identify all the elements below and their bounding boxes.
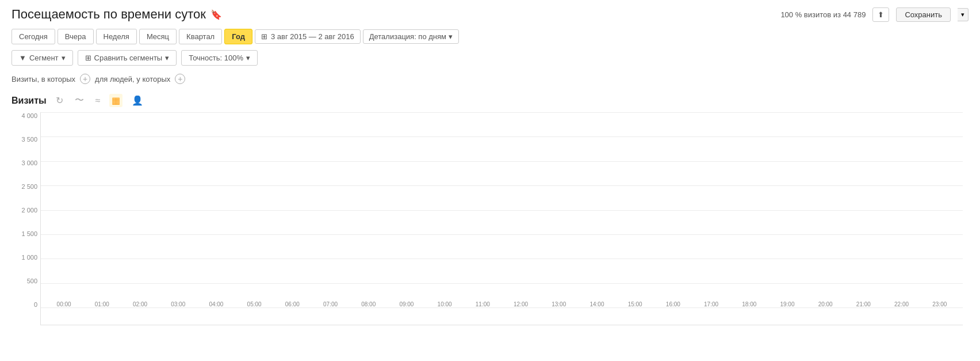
bar-x-label: 17:00 — [704, 301, 718, 307]
y-label: 2 500 — [21, 183, 37, 190]
bar-x-label: 13:00 — [552, 301, 566, 307]
bar-group: 00:00 — [47, 299, 81, 307]
visits-info: 100 % визитов из 44 789 — [780, 10, 866, 19]
detail-label: Детализация: по дням — [369, 32, 446, 41]
bar-x-label: 06:00 — [285, 301, 300, 307]
chart-line-btn[interactable]: 〜 — [72, 93, 86, 108]
chart-smooth-btn[interactable]: ≈ — [93, 94, 103, 107]
y-axis: 4 0003 5003 0002 5002 0001 5001 0005000 — [14, 112, 37, 308]
date-range-label: 3 авг 2015 — 2 авг 2016 — [271, 32, 354, 41]
segment-row: Визиты, в которых + для людей, у которых… — [12, 74, 968, 84]
export-button[interactable]: ⬆ — [872, 7, 889, 22]
tab-week[interactable]: Неделя — [96, 29, 137, 44]
bar-x-label: 10:00 — [438, 301, 452, 307]
add-people-condition-button[interactable]: + — [175, 74, 185, 84]
bar-group: 03:00 — [161, 299, 196, 307]
visits-label: Визиты, в которых — [12, 75, 75, 83]
bar-x-label: 22:00 — [894, 301, 909, 307]
chart-bar-btn[interactable]: ▦ — [109, 94, 122, 107]
chart-refresh-btn[interactable]: ↻ — [53, 94, 66, 107]
save-button[interactable]: Сохранить — [896, 7, 951, 22]
date-range-picker[interactable]: ⊞ 3 авг 2015 — 2 авг 2016 — [255, 29, 361, 44]
header-row: Посещаемость по времени суток 🔖 100 % ви… — [12, 7, 968, 22]
bar-group: 14:00 — [580, 299, 614, 307]
tabs-row: СегодняВчераНеделяМесяцКварталГод ⊞ 3 ав… — [12, 29, 968, 44]
chart-section: Визиты ↻ 〜 ≈ ▦ 👤 4 0003 5003 0002 5002 0… — [12, 93, 968, 325]
bar-group: 20:00 — [808, 299, 843, 307]
bar-x-label: 08:00 — [361, 301, 376, 307]
accuracy-button[interactable]: Точность: 100% ▾ — [181, 50, 258, 66]
y-label: 2 000 — [21, 207, 37, 214]
chart-area: 00:0001:0002:0003:0004:0005:0006:0007:00… — [40, 112, 963, 325]
tab-yesterday[interactable]: Вчера — [58, 29, 94, 44]
segment-label: Сегмент — [29, 54, 59, 62]
bar-group: 11:00 — [465, 299, 500, 307]
bar-group: 09:00 — [389, 299, 424, 307]
bar-x-label: 04:00 — [209, 301, 223, 307]
header-right: 100 % визитов из 44 789 ⬆ Сохранить ▾ — [780, 7, 968, 22]
bar-x-label: 02:00 — [133, 301, 147, 307]
y-label: 3 000 — [21, 159, 37, 166]
bar-group: 10:00 — [427, 299, 462, 307]
bar-x-label: 21:00 — [856, 301, 871, 307]
bar-group: 23:00 — [922, 299, 957, 307]
tab-today[interactable]: Сегодня — [12, 29, 55, 44]
bar-group: 07:00 — [313, 299, 347, 307]
bar-group: 12:00 — [503, 299, 538, 307]
chart-person-btn[interactable]: 👤 — [129, 94, 146, 107]
y-label: 1 000 — [21, 254, 37, 261]
bar-x-label: 00:00 — [57, 301, 71, 307]
tab-year[interactable]: Год — [224, 29, 252, 44]
bar-x-label: 07:00 — [323, 301, 338, 307]
bar-x-label: 15:00 — [628, 301, 642, 307]
bar-x-label: 20:00 — [818, 301, 833, 307]
accuracy-arrow: ▾ — [246, 54, 250, 62]
y-label: 0 — [34, 301, 37, 308]
title-text: Посещаемость по времени суток — [12, 7, 206, 22]
y-label: 1 500 — [21, 230, 37, 237]
bar-group: 01:00 — [85, 299, 119, 307]
bar-x-label: 01:00 — [95, 301, 109, 307]
tab-quarter[interactable]: Квартал — [179, 29, 222, 44]
filters-row: ▼ Сегмент ▾ ⊞ Сравнить сегменты ▾ Точнос… — [12, 50, 968, 66]
grid-line — [41, 307, 963, 308]
bars-container: 00:0001:0002:0003:0004:0005:0006:0007:00… — [41, 112, 963, 307]
bar-group: 13:00 — [542, 299, 576, 307]
segment-filter-button[interactable]: ▼ Сегмент ▾ — [12, 50, 73, 66]
add-visit-condition-button[interactable]: + — [80, 74, 90, 84]
accuracy-label: Точность: 100% — [189, 54, 243, 62]
page: Посещаемость по времени суток 🔖 100 % ви… — [0, 0, 980, 361]
save-dropdown-button[interactable]: ▾ — [958, 8, 968, 21]
tab-month[interactable]: Месяц — [139, 29, 177, 44]
bar-group: 02:00 — [122, 299, 157, 307]
compare-segments-button[interactable]: ⊞ Сравнить сегменты ▾ — [78, 50, 177, 66]
page-title: Посещаемость по времени суток 🔖 — [12, 7, 222, 22]
bar-x-label: 18:00 — [742, 301, 756, 307]
bookmark-icon[interactable]: 🔖 — [210, 9, 222, 20]
bar-x-label: 19:00 — [780, 301, 794, 307]
compare-label: Сравнить сегменты — [94, 54, 163, 62]
bar-x-label: 16:00 — [666, 301, 680, 307]
bar-group: 21:00 — [846, 299, 881, 307]
bar-group: 15:00 — [618, 299, 652, 307]
segment-arrow: ▾ — [62, 54, 66, 62]
bar-group: 04:00 — [199, 299, 233, 307]
bar-group: 18:00 — [732, 299, 767, 307]
detail-select[interactable]: Детализация: по дням ▾ — [363, 29, 459, 44]
detail-arrow: ▾ — [449, 32, 453, 41]
segment-icon: ▼ — [19, 54, 26, 62]
bar-x-label: 11:00 — [476, 301, 490, 307]
bar-group: 05:00 — [237, 299, 271, 307]
bar-group: 16:00 — [656, 299, 690, 307]
bar-x-label: 23:00 — [932, 301, 947, 307]
bar-group: 19:00 — [770, 299, 805, 307]
date-range-icon: ⊞ — [261, 32, 267, 41]
chart-wrapper: 4 0003 5003 0002 5002 0001 5001 0005000 … — [40, 112, 963, 325]
bar-group: 08:00 — [351, 299, 386, 307]
chart-toolbar: Визиты ↻ 〜 ≈ ▦ 👤 — [12, 93, 968, 108]
bar-x-label: 14:00 — [589, 301, 604, 307]
bar-group: 22:00 — [884, 299, 918, 307]
bar-x-label: 03:00 — [171, 301, 185, 307]
bar-x-label: 12:00 — [514, 301, 528, 307]
bar-group: 17:00 — [694, 299, 728, 307]
